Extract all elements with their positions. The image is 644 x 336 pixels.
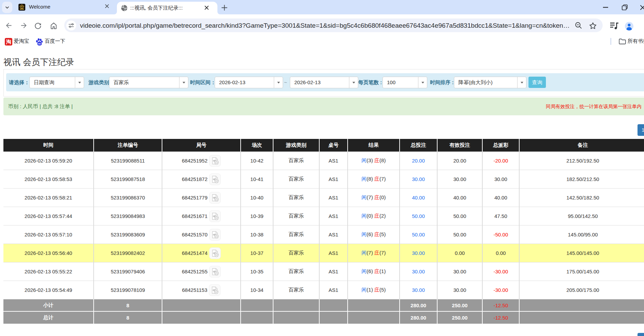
svg-text:du: du xyxy=(38,42,41,45)
